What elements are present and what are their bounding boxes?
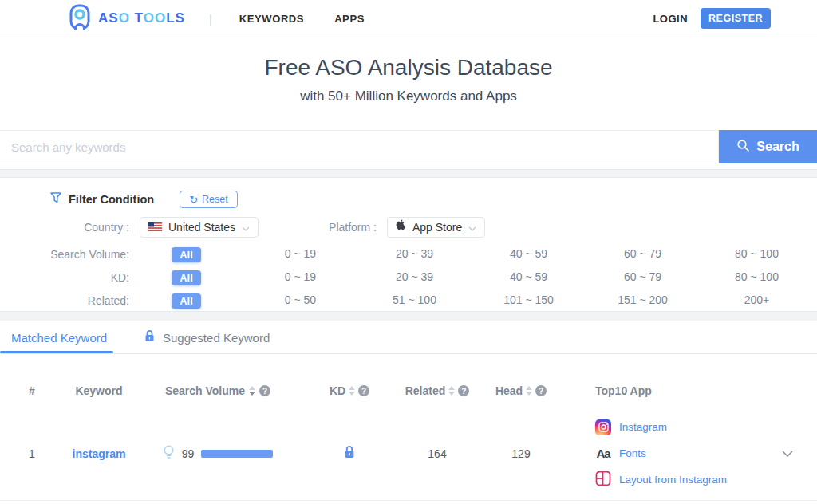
tab-matched-keyword[interactable]: Matched Keyword [0,321,113,353]
search-button[interactable]: Search [719,130,817,163]
kd-range-option[interactable]: 20 ~ 39 [357,270,472,285]
row-expand-chevron-icon[interactable] [782,451,793,457]
search-volume-all-button[interactable]: All [172,247,201,262]
search-input[interactable] [0,130,719,163]
country-dropdown[interactable]: United States [140,217,259,238]
search-volume-range-option[interactable]: 20 ~ 39 [357,247,472,262]
related-range-option[interactable]: 200+ [700,293,814,309]
related-range-option[interactable]: 101 ~ 150 [472,293,586,309]
related-value: 164 [397,447,477,460]
keyword-link[interactable]: instagram [73,447,126,460]
kd-filter-label: KD: [49,271,129,284]
section-divider [0,311,817,321]
kd-lock-icon[interactable] [343,445,356,462]
column-header-search-volume: Search Volume [165,384,245,397]
related-filter-label: Related: [49,294,129,307]
page-title: Free ASO Analysis Database [0,55,817,81]
us-flag-icon [148,220,162,234]
funnel-icon [49,191,62,207]
column-header-top10-app: Top10 App [565,384,817,397]
chevron-down-icon [468,220,476,234]
nav-link-apps[interactable]: APPS [334,13,365,25]
search-volume-range-option[interactable]: 0 ~ 19 [243,247,357,262]
page-subtitle: with 50+ Million Keywords and Apps [0,89,817,104]
kd-range-option[interactable]: 40 ~ 59 [472,270,586,285]
keyword-tabs: Matched Keyword Suggested Keyword [0,321,817,354]
table-row: 1 instagram 99 164 129 [0,407,817,501]
filter-row-search-volume: Search Volume: All 0 ~ 19 20 ~ 39 40 ~ 5… [49,246,817,263]
help-head-icon[interactable]: ? [535,385,547,396]
active-tab-underline [0,351,113,353]
reset-button[interactable]: ↻ Reset [180,191,238,208]
app-item-instagram[interactable]: Instagram [595,414,727,440]
nav-right: LOGIN REGISTER [653,8,771,29]
hero-section: Free ASO Analysis Database with 50+ Mill… [0,37,817,130]
filter-row-related: Related: All 0 ~ 50 51 ~ 100 101 ~ 150 1… [49,292,817,309]
nav-link-keywords[interactable]: KEYWORDS [239,13,304,25]
column-header-head: Head [495,384,523,397]
sort-head-icon[interactable] [526,386,532,396]
sort-kd-icon[interactable] [349,386,355,396]
navbar: ASO TOOLS | KEYWORDS APPS LOGIN REGISTER [0,0,817,37]
layout-app-icon [595,471,611,490]
nav-divider: | [209,12,212,26]
search-volume-filter-label: Search Volume: [49,248,129,261]
logo-icon [69,4,91,33]
search-volume-range-option[interactable]: 40 ~ 59 [472,247,586,262]
kd-all-button[interactable]: All [172,270,201,285]
sort-related-icon[interactable] [448,386,455,396]
kd-range-option[interactable]: 0 ~ 19 [243,270,357,285]
search-volume-range-option[interactable]: 60 ~ 79 [586,247,700,262]
search-volume-bar [201,450,273,458]
column-header-kd: KD [330,384,345,397]
sort-search-volume-icon[interactable] [249,386,255,396]
fonts-app-icon: Aa [595,447,611,460]
rank-cell: 1 [0,447,64,460]
platform-label: Platform : [329,221,377,234]
filter-title: Filter Condition [69,193,154,206]
column-header-related: Related [405,384,446,397]
aso-tools-logo[interactable]: ASO TOOLS [69,4,185,33]
kd-range-option[interactable]: 60 ~ 79 [586,270,700,285]
search-volume-value: 99 [182,447,195,460]
help-search-volume-icon[interactable]: ? [259,385,270,396]
help-kd-icon[interactable]: ? [358,385,369,396]
country-label: Country : [49,221,129,234]
kd-range-option[interactable]: 80 ~ 100 [700,270,814,285]
instagram-app-icon [595,419,611,435]
lock-icon [144,329,156,345]
platform-dropdown[interactable]: App Store [387,217,485,238]
app-item-layout[interactable]: Layout from Instagram [595,467,727,493]
tab-suggested-keyword[interactable]: Suggested Keyword [144,329,270,345]
search-volume-range-option[interactable]: 80 ~ 100 [700,247,814,262]
register-button[interactable]: REGISTER [701,8,771,29]
table-header: # Keyword Search Volume ? KD ? Related ?… [0,354,817,407]
chevron-down-icon [242,220,250,234]
column-header-rank: # [0,384,64,397]
related-range-option[interactable]: 51 ~ 100 [357,293,472,309]
filter-row-kd: KD: All 0 ~ 19 20 ~ 39 40 ~ 59 60 ~ 79 8… [49,269,817,286]
related-range-option[interactable]: 151 ~ 200 [586,293,700,309]
lightbulb-icon [163,445,175,463]
related-all-button[interactable]: All [172,293,201,309]
nav-links: KEYWORDS APPS [239,13,365,25]
platform-value: App Store [412,221,462,234]
column-header-keyword: Keyword [64,384,134,397]
top10-app-list: Instagram Aa Fonts Layout from Instagram [595,414,727,493]
search-bar: Search [0,130,817,163]
reset-icon: ↻ [189,195,198,205]
help-related-icon[interactable]: ? [458,385,469,396]
search-icon [736,139,750,156]
brand-text: ASO TOOLS [98,10,185,26]
app-item-fonts[interactable]: Aa Fonts [595,440,727,467]
head-value: 129 [477,447,565,460]
login-button[interactable]: LOGIN [653,13,688,25]
apple-logo-icon [396,219,406,234]
filter-panel: Filter Condition ↻ Reset Country : Unite… [0,178,817,311]
section-divider [0,169,817,178]
country-value: United States [168,221,235,234]
related-range-option[interactable]: 0 ~ 50 [243,293,357,309]
